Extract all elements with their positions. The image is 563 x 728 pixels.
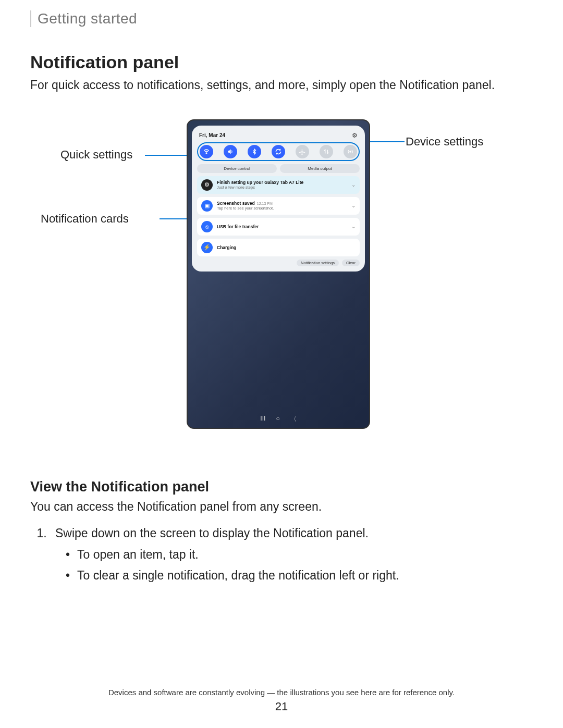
gear-icon[interactable]: ⚙ [352, 132, 358, 139]
notif-title: USB for file transfer [217, 224, 347, 229]
notification-card[interactable]: ⚙ Finish setting up your Galaxy Tab A7 L… [197, 176, 360, 194]
chevron-down-icon[interactable]: ⌄ [351, 224, 356, 229]
notification-card[interactable]: ▣ Screenshot saved12:13 PM Tap here to s… [197, 197, 360, 215]
chevron-down-icon[interactable]: ⌄ [351, 182, 356, 188]
callout-quick-settings: Quick settings [60, 148, 132, 162]
breadcrumb: Getting started [30, 10, 533, 27]
device-control-button[interactable]: Device control [197, 164, 277, 173]
notif-sub: Tap here to see your screenshot. [217, 206, 347, 211]
notification-card[interactable]: ⚡ Charging [197, 239, 360, 256]
bolt-icon: ⚡ [201, 242, 213, 253]
page-number: 21 [0, 700, 563, 713]
chevron-down-icon[interactable]: ⌄ [351, 203, 356, 208]
notif-title: Charging [217, 245, 356, 250]
home-icon[interactable]: ○ [276, 415, 279, 424]
rotate-icon[interactable] [272, 145, 285, 158]
notif-sub: Just a few more steps [217, 185, 347, 190]
data-icon[interactable] [320, 145, 333, 158]
recents-icon[interactable]: III [260, 415, 265, 424]
sound-icon[interactable] [224, 145, 237, 158]
section-title: Notification panel [30, 52, 533, 72]
subsection-intro: You can access the Notification panel fr… [30, 499, 533, 515]
navbar: III ○ 〈 [188, 415, 369, 424]
intro-text: For quick access to notifications, setti… [30, 78, 533, 93]
quick-settings-row [197, 142, 360, 161]
bullet-item: To open an item, tap it. [66, 546, 533, 564]
device-screenshot: Fri, Mar 24 ⚙ [187, 119, 370, 429]
figure: Quick settings Notification cards Device… [30, 119, 533, 474]
footer-note: Devices and software are constantly evol… [0, 688, 563, 697]
bluetooth-icon[interactable] [248, 145, 261, 158]
notification-panel: Fri, Mar 24 ⚙ [192, 126, 365, 272]
leader-line [145, 155, 192, 156]
step-item: Swipe down on the screen to display the … [50, 524, 533, 585]
wifi-icon[interactable] [200, 145, 213, 158]
image-icon: ▣ [201, 200, 213, 212]
back-icon[interactable]: 〈 [290, 415, 297, 424]
svg-point-1 [350, 151, 351, 152]
hotspot-icon[interactable] [344, 145, 357, 158]
clear-button[interactable]: Clear [342, 260, 360, 266]
airplane-icon[interactable] [296, 145, 309, 158]
notif-title: Screenshot saved12:13 PM [217, 201, 347, 206]
bullet-item: To clear a single notification, drag the… [66, 566, 533, 585]
notification-card[interactable]: ⎋ USB for file transfer ⌄ [197, 218, 360, 236]
subsection-title: View the Notification panel [30, 479, 533, 495]
gear-icon: ⚙ [201, 179, 213, 191]
callout-device-settings: Device settings [406, 135, 483, 149]
notification-settings-button[interactable]: Notification settings [297, 260, 339, 266]
notif-title: Finish setting up your Galaxy Tab A7 Lit… [217, 180, 347, 185]
steps-list: Swipe down on the screen to display the … [50, 524, 533, 585]
svg-point-0 [206, 153, 207, 154]
panel-date: Fri, Mar 24 [199, 132, 225, 138]
usb-icon: ⎋ [201, 221, 213, 232]
media-output-button[interactable]: Media output [280, 164, 360, 173]
callout-notification-cards: Notification cards [41, 212, 129, 226]
